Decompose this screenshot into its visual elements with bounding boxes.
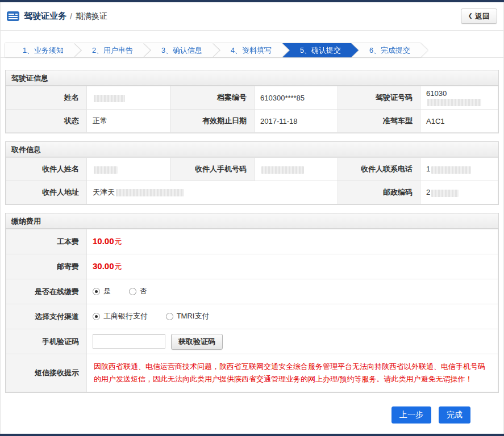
production-fee-value: 10.00元	[87, 229, 498, 254]
sms-code-input[interactable]	[93, 334, 165, 349]
table-row: 是否在线缴费 是 否	[6, 279, 498, 304]
step-5-confirm-submit-active: 5、确认提交	[282, 43, 359, 57]
license-number-label: 驾驶证号码	[338, 86, 420, 110]
recipient-name-label: 收件人姓名	[6, 158, 87, 181]
back-button-label: 返回	[475, 11, 490, 22]
radio-unselected-icon	[129, 288, 136, 295]
license-info-table: 姓名 档案编号 610300****85 驾驶证号码 61030 状态 正常 有…	[6, 86, 498, 133]
recipient-name-value	[87, 158, 170, 181]
table-row: 姓名 档案编号 610300****85 驾驶证号码 61030	[6, 86, 498, 110]
license-info-section: 驾驶证信息 姓名 档案编号 610300****85 驾驶证号码 61030 状…	[5, 70, 499, 133]
page-header: 驾驶证业务 / 期满换证 ❮ 返回	[1, 2, 503, 31]
production-fee-label: 工本费	[6, 229, 87, 254]
step-label: 4、资料填写	[231, 45, 272, 56]
prev-step-button[interactable]: 上一步	[391, 406, 431, 424]
step-label: 1、业务须知	[23, 45, 64, 56]
table-row: 工本费 10.00元	[6, 229, 498, 254]
recipient-address-label: 收件人地址	[6, 181, 87, 204]
name-value	[87, 86, 170, 110]
vehicle-type-label: 准驾车型	[338, 110, 420, 133]
recipient-mobile-label: 收件人手机号码	[170, 158, 255, 181]
channel-icbc-option[interactable]: 工商银行支付	[93, 311, 148, 321]
license-number-value: 61030	[420, 86, 498, 110]
step-label: 5、确认提交	[300, 45, 341, 56]
redacted-name-value	[94, 95, 125, 102]
step-label: 2、用户申告	[92, 45, 133, 56]
file-number-label: 档案编号	[170, 86, 255, 110]
step-1-business-notice: 1、业务须知	[5, 43, 81, 57]
option-label: 否	[140, 286, 147, 296]
sms-notice-label: 短信接收提示	[6, 354, 87, 392]
step-nav-wrap: 1、业务须知 2、用户申告 3、确认信息 4、资料填写 5、确认提交 6、完成提…	[1, 43, 503, 58]
license-card-icon	[7, 11, 19, 21]
sms-code-label: 手机验证码	[6, 329, 87, 354]
redacted-recipient-mobile	[261, 166, 304, 174]
mailing-fee-value: 30.00元	[87, 254, 498, 279]
online-payment-options: 是 否	[87, 279, 498, 304]
online-pay-no-option[interactable]: 否	[129, 286, 147, 296]
table-row: 状态 正常 有效期止日期 2017-11-18 准驾车型 A1C1	[6, 110, 498, 133]
online-pay-yes-option[interactable]: 是	[93, 286, 111, 296]
title-separator: /	[70, 12, 72, 21]
page-container: 驾驶证业务 / 期满换证 ❮ 返回 1、业务须知 2、用户申告 3、确认信息 4…	[0, 2, 504, 434]
table-row: 选择支付渠道 工商银行支付 TMRI支付	[6, 304, 498, 329]
pickup-info-table: 收件人姓名 收件人手机号码 收件人联系电话 1 收件人地址 天津天 邮政编码 2	[6, 157, 498, 204]
postal-code-value: 2	[420, 181, 498, 204]
step-label: 6、完成提交	[369, 45, 410, 56]
postal-code-label: 邮政编码	[338, 181, 420, 204]
recipient-tel-value: 1	[420, 158, 498, 181]
channel-tmri-option[interactable]: TMRI支付	[166, 311, 210, 321]
sms-code-cell: 获取验证码	[87, 329, 498, 354]
expiry-date-value: 2017-11-18	[255, 110, 338, 133]
fees-section: 缴纳费用 工本费 10.00元 邮寄费 30.00元 是否在线缴费 是 否 选择…	[5, 213, 499, 393]
top-accent-bar	[0, 0, 504, 2]
radio-unselected-icon	[166, 313, 173, 320]
expiry-date-label: 有效期止日期	[170, 110, 255, 133]
radio-selected-icon	[93, 313, 100, 320]
breadcrumb: 驾驶证业务 / 期满换证	[7, 11, 107, 22]
option-label: 工商银行支付	[103, 311, 148, 321]
step-4-fill-data: 4、资料填写	[213, 43, 289, 57]
table-row: 收件人姓名 收件人手机号码 收件人联系电话 1	[6, 158, 498, 181]
page-subtitle: 期满换证	[76, 11, 107, 22]
redacted-recipient-tel	[431, 166, 471, 174]
mailing-fee-label: 邮寄费	[6, 254, 87, 279]
option-label: 是	[103, 286, 111, 296]
table-row: 手机验证码 获取验证码	[6, 329, 498, 354]
name-label: 姓名	[6, 86, 87, 110]
footer-actions: 上一步 完成	[1, 393, 503, 424]
recipient-mobile-value	[255, 158, 338, 181]
table-row: 收件人地址 天津天 邮政编码 2	[6, 181, 498, 204]
fees-table: 工本费 10.00元 邮寄费 30.00元 是否在线缴费 是 否 选择支付渠道 …	[6, 229, 498, 392]
sms-notice-text: 因陕西省联通、电信运营商技术问题，陕西省互联网交通安全综合服务管理平台无法向持陕…	[87, 354, 498, 392]
payment-channel-label: 选择支付渠道	[6, 304, 87, 329]
redacted-recipient-address	[116, 189, 184, 196]
license-section-title: 驾驶证信息	[6, 70, 498, 86]
finish-button[interactable]: 完成	[439, 406, 470, 424]
radio-selected-icon	[93, 288, 100, 295]
option-label: TMRI支付	[177, 311, 210, 321]
fees-section-title: 缴纳费用	[6, 213, 498, 229]
step-3-confirm-info: 3、确认信息	[144, 43, 220, 57]
status-label: 状态	[6, 110, 87, 133]
back-button[interactable]: ❮ 返回	[461, 9, 497, 24]
step-label: 3、确认信息	[161, 45, 202, 56]
pickup-info-section: 取件信息 收件人姓名 收件人手机号码 收件人联系电话 1 收件人地址 天津天 邮…	[5, 141, 499, 205]
recipient-address-value: 天津天	[87, 181, 338, 204]
recipient-tel-label: 收件人联系电话	[338, 158, 420, 181]
step-2-user-declaration: 2、用户申告	[74, 43, 151, 57]
payment-channel-options: 工商银行支付 TMRI支付	[87, 304, 498, 329]
page-title: 驾驶证业务	[24, 11, 66, 22]
table-row: 邮寄费 30.00元	[6, 254, 498, 279]
bottom-accent-bar	[0, 434, 504, 436]
table-row: 短信接收提示 因陕西省联通、电信运营商技术问题，陕西省互联网交通安全综合服务管理…	[6, 354, 498, 392]
get-code-button[interactable]: 获取验证码	[171, 334, 223, 350]
redacted-license-number	[427, 99, 481, 106]
online-payment-label: 是否在线缴费	[6, 279, 87, 304]
redacted-recipient-name	[94, 166, 118, 174]
chevron-left-icon: ❮	[468, 12, 473, 19]
file-number-value: 610300****85	[255, 86, 338, 110]
step-6-complete-submit: 6、完成提交	[352, 43, 428, 57]
pickup-section-title: 取件信息	[6, 142, 498, 157]
status-value: 正常	[87, 110, 170, 133]
